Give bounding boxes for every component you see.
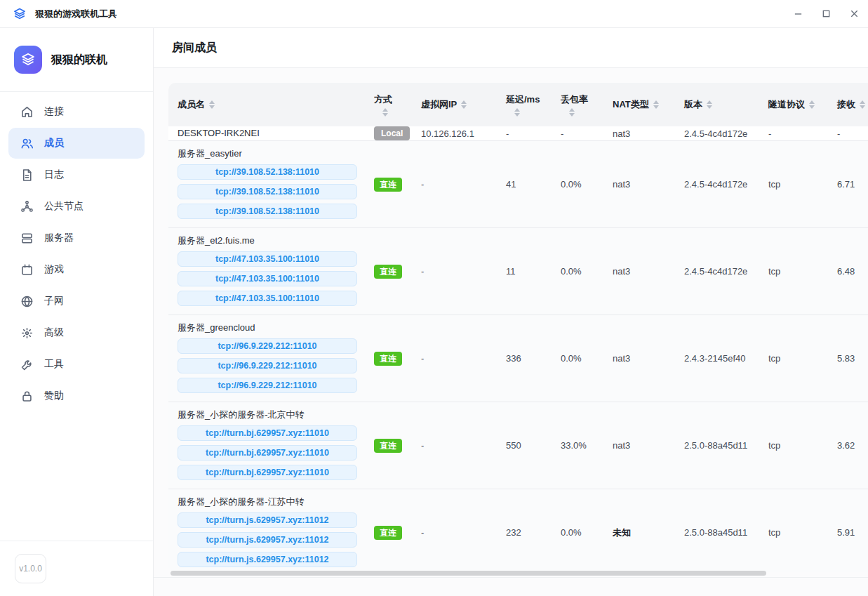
close-icon[interactable] — [840, 0, 868, 27]
column-label: 接收 — [837, 98, 855, 111]
latency-cell: 11 — [498, 228, 553, 314]
connection-url-button[interactable]: tcp://96.9.229.212:11010 — [178, 378, 357, 393]
sidebar-item-public-nodes[interactable]: 公共节点 — [8, 191, 145, 222]
column-header-tunnel[interactable]: 隧道协议 — [761, 98, 830, 111]
sort-carets-icon[interactable] — [382, 108, 388, 117]
column-header-method[interactable]: 方式 — [367, 93, 415, 117]
connection-url-button[interactable]: tcp://39.108.52.138:11010 — [178, 164, 357, 180]
sidebar-item-connect[interactable]: 连接 — [8, 96, 145, 127]
horizontal-scrollbar[interactable] — [171, 571, 766, 576]
sort-carets-icon[interactable] — [860, 100, 865, 109]
sidebar-item-games[interactable]: 游戏 — [8, 254, 145, 285]
sidebar-item-advanced[interactable]: 高级 — [8, 317, 145, 348]
member-cell: 服务器_easytiertcp://39.108.52.138:11010tcp… — [168, 141, 367, 227]
ip-cell: - — [415, 489, 498, 572]
titlebar: 狠狠的游戏联机工具 — [0, 0, 868, 28]
connection-url-button[interactable]: tcp://47.103.35.100:11010 — [178, 251, 357, 267]
table-row: 服务器_小探的服务器-北京中转tcp://turn.bj.629957.xyz:… — [168, 402, 868, 489]
column-header-latency[interactable]: 延迟/ms — [498, 93, 553, 117]
column-header-version[interactable]: 版本 — [678, 98, 761, 111]
maximize-icon[interactable] — [812, 0, 840, 27]
connection-url-button[interactable]: tcp://turn.js.629957.xyz:11012 — [178, 532, 357, 548]
member-name: 服务器_小探的服务器-江苏中转 — [178, 496, 367, 508]
sidebar-item-tools[interactable]: 工具 — [8, 349, 145, 380]
brand-layers-icon — [14, 46, 42, 74]
connection-url-button[interactable]: tcp://turn.js.629957.xyz:11012 — [178, 512, 357, 528]
version-value: 2.5.0-88a45d11 — [684, 527, 747, 538]
latency-cell: 41 — [498, 141, 553, 227]
sort-carets-icon[interactable] — [707, 100, 712, 109]
tunnel-cell: tcp — [761, 402, 830, 489]
connection-url-button[interactable]: tcp://turn.js.629957.xyz:11012 — [178, 552, 357, 567]
sidebar-item-label: 赞助 — [44, 390, 64, 402]
connection-url-button[interactable]: tcp://turn.bj.629957.xyz:11010 — [178, 425, 357, 441]
direct-connection-badge: 直连 — [374, 265, 402, 279]
connection-url-button[interactable]: tcp://turn.bj.629957.xyz:11010 — [178, 465, 357, 480]
nat-cell: nat3 — [605, 315, 678, 402]
game-icon — [20, 263, 34, 277]
ip-cell: - — [415, 228, 498, 314]
sidebar-item-servers[interactable]: 服务器 — [8, 223, 145, 253]
column-header-member[interactable]: 成员名 — [168, 98, 367, 111]
sidebar-item-label: 工具 — [44, 358, 64, 371]
tunnel-value: tcp — [768, 353, 780, 364]
connection-url-button[interactable]: tcp://39.108.52.138:11010 — [178, 184, 357, 199]
connection-url-button[interactable]: tcp://39.108.52.138:11010 — [178, 204, 357, 219]
nat-cell: nat3 — [605, 126, 678, 140]
column-label: 方式 — [374, 93, 392, 106]
connection-url-button[interactable]: tcp://96.9.229.212:11010 — [178, 338, 357, 354]
rx-value: - — [837, 128, 840, 139]
sidebar-nav: 连接成员日志公共节点服务器游戏子网高级工具赞助 — [0, 92, 153, 411]
column-label: 延迟/ms — [506, 93, 540, 106]
column-header-rx[interactable]: 接收 — [830, 98, 868, 111]
loss-cell: 0.0% — [553, 228, 605, 314]
method-cell: 直连 — [367, 228, 415, 314]
rx-cell: 5.91 — [830, 489, 868, 572]
connection-url-button[interactable]: tcp://47.103.35.100:11010 — [178, 271, 357, 286]
users-icon — [20, 136, 34, 151]
sidebar-item-subnet[interactable]: 子网 — [8, 286, 145, 317]
nat-value: nat3 — [613, 128, 630, 139]
method-cell: 直连 — [367, 489, 415, 572]
connection-url-button[interactable]: tcp://96.9.229.212:11010 — [178, 358, 357, 373]
sort-carets-icon[interactable] — [209, 100, 215, 109]
version-badge[interactable]: v1.0.0 — [15, 554, 46, 583]
page-title: 房间成员 — [172, 41, 217, 55]
latency-value: 11 — [506, 266, 516, 277]
sidebar-item-sponsor[interactable]: 赞助 — [8, 380, 145, 411]
sidebar-item-logs[interactable]: 日志 — [8, 159, 145, 190]
nat-value: nat3 — [613, 353, 630, 364]
sidebar-item-label: 游戏 — [44, 263, 64, 276]
version-cell: 2.4.5-4c4d172e — [678, 228, 761, 314]
connection-url-button[interactable]: tcp://47.103.35.100:11010 — [178, 291, 357, 306]
sidebar-footer: v1.0.0 — [0, 541, 153, 596]
version-cell: 2.4.3-2145ef40 — [678, 315, 761, 402]
nat-value: 未知 — [613, 527, 631, 539]
nat-cell: nat3 — [605, 402, 678, 489]
latency-value: 336 — [506, 353, 521, 364]
rx-value: 6.48 — [837, 266, 855, 277]
brand: 狠狠的联机 — [0, 28, 153, 92]
sparkle-icon — [20, 326, 34, 340]
minimize-icon[interactable] — [784, 0, 812, 27]
sort-carets-icon[interactable] — [569, 108, 575, 117]
direct-connection-badge: 直连 — [374, 178, 402, 192]
sidebar-item-label: 日志 — [44, 168, 64, 181]
latency-value: 41 — [506, 179, 516, 190]
ip-cell: - — [415, 315, 498, 402]
ip-cell: - — [415, 141, 498, 227]
loss-value: 0.0% — [561, 527, 582, 538]
rx-cell: 6.48 — [830, 228, 868, 314]
sort-carets-icon[interactable] — [461, 100, 467, 109]
table-row: 服务器_easytiertcp://39.108.52.138:11010tcp… — [168, 140, 868, 227]
sidebar-item-members[interactable]: 成员 — [8, 128, 145, 159]
sort-carets-icon[interactable] — [653, 100, 659, 109]
connection-url-button[interactable]: tcp://turn.bj.629957.xyz:11010 — [178, 445, 357, 461]
column-header-ip[interactable]: 虚拟网IP — [415, 98, 498, 111]
sort-carets-icon[interactable] — [809, 100, 815, 109]
column-header-loss[interactable]: 丢包率 — [553, 93, 605, 117]
column-header-nat[interactable]: NAT类型 — [605, 98, 678, 111]
version-cell: 2.4.5-4c4d172e — [678, 141, 761, 227]
sort-carets-icon[interactable] — [514, 108, 520, 117]
ip-value: 10.126.126.1 — [421, 128, 474, 139]
